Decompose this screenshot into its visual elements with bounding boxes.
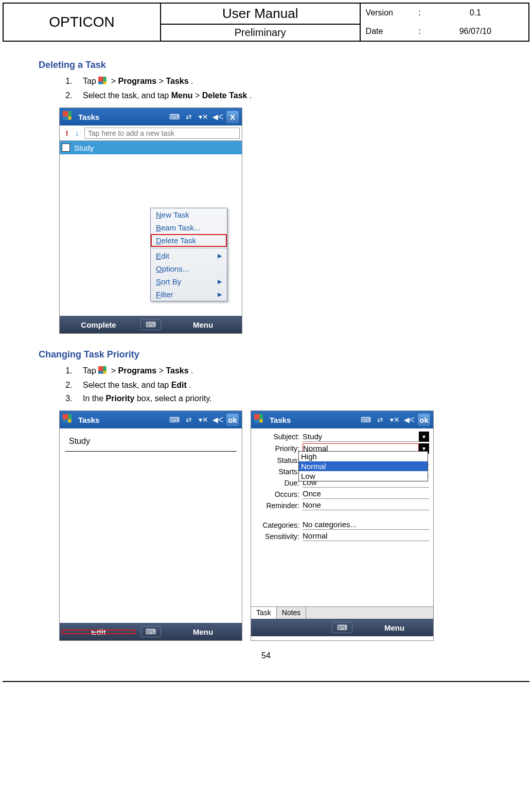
- task-subject: Study: [65, 433, 237, 452]
- step-1: Tap > Programs > Tasks .: [75, 366, 493, 376]
- delete-task-label: Delete Task: [202, 91, 247, 100]
- sip-icon[interactable]: ⌨: [169, 111, 180, 122]
- form-row-categories: Categories: No categories...: [255, 520, 429, 530]
- step-3: In the Priority box, select a priority.: [75, 394, 493, 403]
- text: Tap: [83, 77, 98, 85]
- softkey-left[interactable]: Complete: [60, 320, 137, 329]
- dd-item-normal[interactable]: Normal: [299, 461, 428, 471]
- value-categories[interactable]: No categories...: [303, 520, 429, 530]
- pda-body: ! ↓ Study New Task Beam Task... Delete T…: [60, 125, 242, 316]
- sip-icon[interactable]: ⌨: [360, 414, 371, 425]
- sip-toggle[interactable]: ⌨: [140, 626, 161, 637]
- dd-item-high[interactable]: High: [299, 452, 428, 461]
- submenu-arrow-icon: ▶: [218, 291, 222, 298]
- signal-icon[interactable]: ▾✕: [198, 111, 209, 122]
- volume-icon[interactable]: ◀ᐸ: [403, 414, 415, 425]
- screenshot-tasks-menu: Tasks ⌨ ⇄ ▾✕ ◀ᐸ X ! ↓ Study: [59, 107, 493, 334]
- title-text: Tasks: [78, 416, 169, 424]
- doc-subtitle: Preliminary: [161, 25, 360, 41]
- priority-high-icon[interactable]: !: [62, 129, 72, 137]
- label-reminder: Reminder:: [255, 501, 303, 510]
- label-sensitivity: Sensitivity:: [255, 532, 303, 541]
- tab-notes[interactable]: Notes: [277, 607, 307, 619]
- dropdown-arrow-icon[interactable]: ▾: [419, 432, 429, 442]
- header-center: User Manual Preliminary: [161, 4, 361, 41]
- submenu-arrow-icon: ▶: [218, 278, 222, 285]
- task-checkbox[interactable]: [62, 144, 70, 152]
- text: .: [189, 381, 191, 389]
- submenu-arrow-icon: ▶: [218, 253, 222, 259]
- screenshot-row: Tasks ⌨ ⇄ ▾✕ ◀ᐸ ok Study Edit ⌨ Menu: [59, 410, 493, 641]
- date-label: Date: [366, 27, 412, 36]
- menu-options[interactable]: Options...: [151, 262, 227, 275]
- date-row: Date : 96/07/10: [361, 22, 528, 41]
- page-number: 54: [39, 651, 493, 660]
- signal-icon[interactable]: ▾✕: [198, 414, 209, 425]
- date-value: 96/07/10: [428, 27, 523, 36]
- softkey-right[interactable]: Menu: [356, 623, 433, 632]
- new-task-input[interactable]: [84, 128, 240, 139]
- tasks-label: Tasks: [166, 366, 188, 375]
- text: >: [159, 77, 166, 85]
- title-bar: Tasks ⌨ ⇄ ▾✕ ◀ᐸ ok: [60, 411, 242, 428]
- ok-button[interactable]: ok: [226, 414, 239, 426]
- menu-edit[interactable]: Edit▶: [151, 249, 227, 262]
- pda-body: Study: [60, 433, 242, 623]
- value-occurs[interactable]: Once: [303, 489, 429, 499]
- start-icon[interactable]: [63, 111, 74, 122]
- connectivity-icon[interactable]: ⇄: [183, 111, 194, 122]
- connectivity-icon[interactable]: ⇄: [375, 414, 386, 425]
- start-icon[interactable]: [254, 414, 265, 425]
- label-subject: Subject:: [255, 433, 303, 441]
- softkey-right[interactable]: Menu: [164, 320, 242, 329]
- priority-low-icon[interactable]: ↓: [72, 129, 82, 137]
- menu-new-task[interactable]: New Task: [151, 208, 227, 221]
- dd-item-low[interactable]: Low: [299, 471, 428, 481]
- task-row-selected[interactable]: Study: [60, 141, 242, 154]
- tab-task[interactable]: Task: [251, 607, 277, 619]
- softkey-left-edit[interactable]: Edit: [60, 627, 137, 636]
- menu-separator: [151, 248, 227, 248]
- volume-icon[interactable]: ◀ᐸ: [212, 414, 223, 425]
- task-name: Study: [74, 144, 94, 152]
- menu-filter[interactable]: Filter▶: [151, 288, 227, 301]
- pda-body: Subject: Study ▾ Priority: Normal ▾ High…: [251, 428, 433, 619]
- step-1: Tap > Programs > Tasks .: [75, 77, 493, 87]
- form-row-occurs: Occurs: Once: [255, 489, 429, 499]
- task-edit-form: Subject: Study ▾ Priority: Normal ▾ High…: [251, 428, 433, 546]
- start-icon[interactable]: [63, 414, 74, 425]
- page-header: OPTICON User Manual Preliminary Version …: [3, 3, 529, 42]
- text: Tap: [83, 366, 98, 375]
- connectivity-icon[interactable]: ⇄: [183, 414, 194, 425]
- text: .: [191, 366, 193, 375]
- value-sensitivity[interactable]: Normal: [303, 531, 429, 541]
- footer-divider: [3, 681, 529, 682]
- sip-icon[interactable]: ⌨: [169, 414, 180, 425]
- status-icons: ⌨ ⇄ ▾✕ ◀ᐸ ok: [360, 414, 430, 426]
- value-reminder[interactable]: None: [303, 500, 429, 510]
- status-icons: ⌨ ⇄ ▾✕ ◀ᐸ ok: [169, 414, 239, 426]
- colon: :: [412, 8, 428, 17]
- softkey-bar: Edit ⌨ Menu: [60, 623, 242, 640]
- form-row-subject: Subject: Study ▾: [255, 432, 429, 442]
- volume-icon[interactable]: ◀ᐸ: [212, 111, 223, 122]
- title-bar: Tasks ⌨ ⇄ ▾✕ ◀ᐸ X: [60, 108, 242, 125]
- menu-sort-by[interactable]: Sort By▶: [151, 275, 227, 288]
- text: .: [191, 77, 193, 85]
- colon: :: [412, 27, 428, 36]
- brand: OPTICON: [4, 4, 161, 41]
- close-button[interactable]: X: [226, 111, 239, 123]
- menu-delete-task[interactable]: Delete Task: [151, 234, 227, 247]
- ok-button[interactable]: ok: [418, 414, 430, 426]
- softkey-right[interactable]: Menu: [164, 627, 242, 636]
- context-menu: New Task Beam Task... Delete Task Edit▶ …: [150, 208, 227, 301]
- pda-screen-3: Tasks ⌨ ⇄ ▾✕ ◀ᐸ ok Subject: Study ▾: [251, 410, 434, 641]
- signal-icon[interactable]: ▾✕: [389, 414, 400, 425]
- menu-beam-task[interactable]: Beam Task...: [151, 221, 227, 234]
- programs-label: Programs: [118, 366, 157, 375]
- label-starts: Starts:: [255, 468, 303, 476]
- value-subject[interactable]: Study: [303, 432, 419, 442]
- priority-label: Priority: [105, 394, 134, 403]
- sip-toggle[interactable]: ⌨: [140, 319, 161, 330]
- sip-toggle[interactable]: ⌨: [332, 622, 352, 633]
